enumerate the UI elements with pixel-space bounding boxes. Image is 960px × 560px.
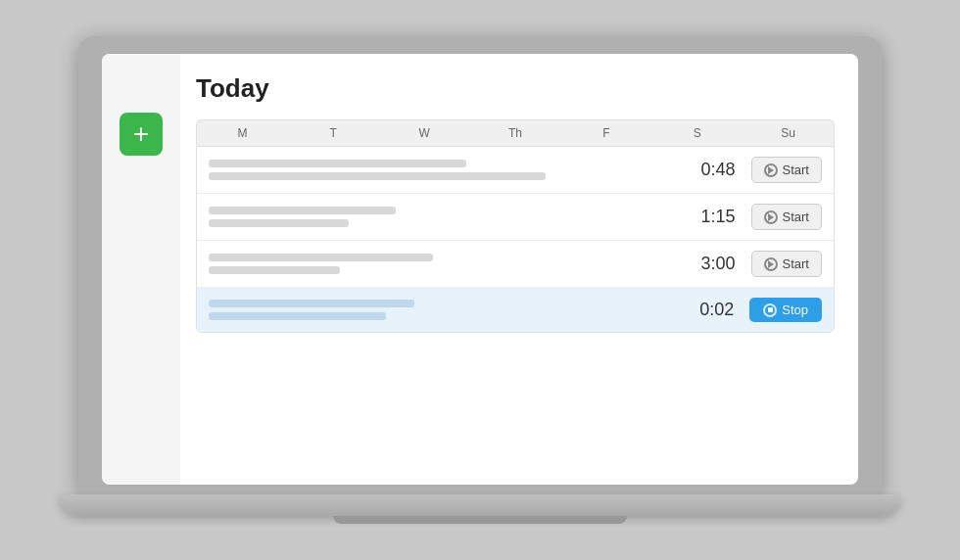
- screen-bezel: + Today M T W Th F S Su: [78, 36, 882, 494]
- stop-icon: [763, 303, 777, 317]
- day-monday: M: [197, 120, 288, 146]
- day-wednesday: W: [379, 120, 470, 146]
- table-row: 1:15 Start: [197, 194, 834, 241]
- start-icon: [764, 257, 778, 271]
- start-label: Start: [783, 210, 809, 224]
- entry-time: 1:15: [677, 207, 736, 227]
- screen: + Today M T W Th F S Su: [102, 54, 858, 485]
- entry-bar-1: [209, 254, 433, 261]
- start-button[interactable]: Start: [751, 157, 822, 183]
- entry-bar-2: [209, 266, 340, 274]
- entry-info: [209, 254, 677, 274]
- table-row: 3:00 Start: [197, 241, 834, 288]
- laptop-bottom-strip: [333, 516, 627, 524]
- start-icon: [764, 163, 778, 177]
- entries-table: 0:48 Start 1:15: [196, 146, 835, 333]
- table-row-active: 0:02 Stop: [197, 288, 834, 332]
- entry-bar-1: [209, 207, 396, 214]
- day-saturday: S: [651, 120, 743, 146]
- start-label: Start: [783, 257, 809, 271]
- main-content: Today M T W Th F S Su: [180, 54, 858, 485]
- plus-icon: +: [133, 120, 149, 148]
- laptop-container: + Today M T W Th F S Su: [78, 36, 882, 524]
- day-header-row: M T W Th F S Su: [196, 119, 835, 146]
- start-icon: [764, 210, 778, 224]
- entry-bar-2: [209, 312, 386, 320]
- start-button[interactable]: Start: [751, 204, 822, 230]
- entry-bar-1: [209, 300, 414, 307]
- add-button[interactable]: +: [120, 113, 163, 156]
- stop-button[interactable]: Stop: [749, 298, 822, 322]
- entry-info: [209, 300, 675, 320]
- start-button[interactable]: Start: [751, 251, 822, 277]
- entry-bar-2: [209, 219, 349, 227]
- entry-time: 0:02: [675, 300, 734, 320]
- day-friday: F: [560, 120, 651, 146]
- start-label: Start: [783, 163, 809, 177]
- entry-info: [209, 160, 677, 180]
- laptop-base: [59, 494, 901, 516]
- entry-info: [209, 207, 677, 227]
- entry-bar-1: [209, 160, 466, 167]
- day-thursday: Th: [470, 120, 561, 146]
- sidebar: +: [102, 54, 180, 485]
- day-tuesday: T: [288, 120, 379, 146]
- entry-bar-2: [209, 172, 546, 180]
- stop-label: Stop: [782, 303, 808, 317]
- entry-time: 0:48: [677, 160, 736, 180]
- page-title: Today: [196, 73, 835, 104]
- table-row: 0:48 Start: [197, 147, 834, 194]
- entry-time: 3:00: [677, 254, 736, 274]
- day-sunday: Su: [743, 120, 834, 146]
